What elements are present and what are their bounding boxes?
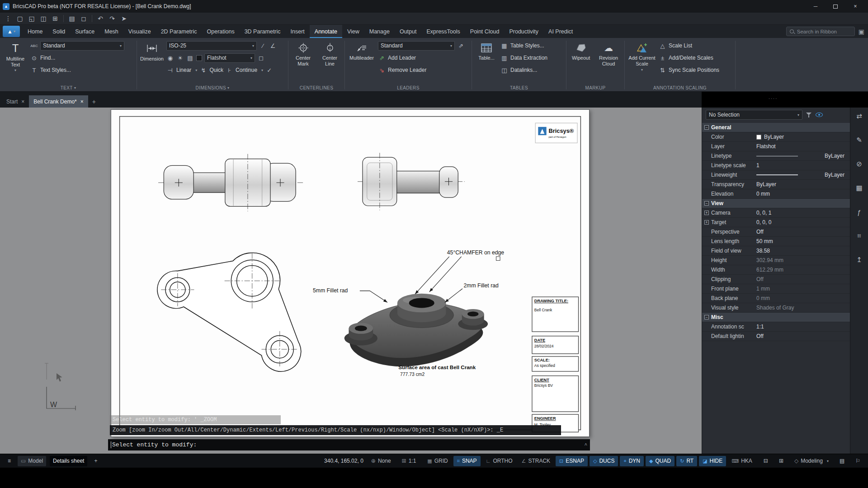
property-row-perspective[interactable]: Perspective Off bbox=[702, 227, 850, 237]
multiline-text-button[interactable]: T Multiline Text ▾ bbox=[2, 40, 28, 84]
command-input-bar[interactable]: Select entity to modify: ^ bbox=[108, 439, 590, 450]
align-leaders-icon[interactable]: ⇗ bbox=[457, 42, 465, 50]
title-block[interactable]: DRAWING TITLE: Bell Crank DATE 28/02/202… bbox=[532, 297, 579, 432]
add-current-scale-button[interactable]: Add Current Scale ▾ bbox=[627, 40, 657, 84]
section-view[interactable]: − View bbox=[702, 199, 850, 208]
property-row-lineweight[interactable]: Lineweight ByLayer bbox=[702, 170, 850, 180]
toolbar-grip-dots[interactable]: ∙∙∙∙ bbox=[769, 95, 778, 101]
notification-bell-icon[interactable]: ⚐ bbox=[852, 456, 863, 466]
continue-dimension-button[interactable]: Continue bbox=[236, 67, 257, 73]
document-tab-start[interactable]: Start × bbox=[2, 95, 29, 108]
filter-icon[interactable] bbox=[806, 112, 812, 118]
fields-panel-icon[interactable]: ƒ bbox=[854, 207, 865, 217]
annotate-tool-icon[interactable]: ✎ bbox=[854, 135, 865, 145]
collapse-icon[interactable]: − bbox=[704, 315, 709, 319]
table-styles-button[interactable]: ▦ Table Styles... bbox=[500, 40, 547, 51]
flatshot-combobox[interactable]: Flatshot ▾ bbox=[204, 53, 255, 63]
save-button[interactable]: ◫ bbox=[38, 14, 49, 23]
text-styles-button[interactable]: T Text Styles... bbox=[30, 65, 124, 75]
print-button[interactable]: ▤ bbox=[66, 14, 77, 23]
undo-button[interactable]: ↶ bbox=[95, 14, 106, 23]
revision-cloud-button[interactable]: ☁ Revision Cloud bbox=[595, 40, 622, 84]
dimension-style-combobox[interactable]: ISO-25 ▾ bbox=[166, 41, 257, 51]
linear-dimension-button[interactable]: Linear bbox=[176, 67, 191, 73]
dim-check-icon[interactable]: ✓ bbox=[265, 66, 273, 74]
ribbon-tab[interactable]: Annotate bbox=[310, 25, 342, 38]
section-misc[interactable]: − Misc bbox=[702, 313, 850, 322]
property-row-width[interactable]: Width 612.29 mm bbox=[702, 265, 850, 275]
close-button[interactable]: × bbox=[845, 0, 865, 13]
view-3d-render[interactable] bbox=[344, 294, 488, 366]
datalinks-button[interactable]: ◫ Datalinks... bbox=[500, 65, 547, 75]
minimize-button[interactable]: ─ bbox=[806, 0, 826, 13]
materials-panel-icon[interactable]: ▦ bbox=[854, 183, 865, 193]
close-tab-icon[interactable]: × bbox=[21, 99, 24, 105]
view-top-right[interactable] bbox=[358, 153, 465, 210]
group-caption-dimensions[interactable]: DIMENSIONS ▾ bbox=[137, 85, 288, 90]
ribbon-tab[interactable]: AI Predict bbox=[543, 25, 578, 38]
status-toggle[interactable]: ↻ RT bbox=[676, 456, 697, 466]
workspace-switcher[interactable]: ◇ Modeling ▾ bbox=[791, 456, 832, 466]
ribbon-tab[interactable]: Surface bbox=[70, 25, 99, 38]
visibility-eye-icon[interactable] bbox=[816, 113, 823, 117]
wipeout-button[interactable]: Wipeout bbox=[569, 40, 593, 84]
expand-icon[interactable]: + bbox=[704, 211, 709, 215]
selection-combobox[interactable]: No Selection ▾ bbox=[706, 110, 802, 120]
ribbon-tab[interactable]: Insert bbox=[286, 25, 310, 38]
center-mark-button[interactable]: Center Mark bbox=[291, 40, 316, 84]
chevron-down-icon[interactable]: ▾ bbox=[195, 68, 197, 72]
property-row-visual-style[interactable]: Visual style Shades of Gray bbox=[702, 303, 850, 313]
property-row-default-lighting[interactable]: Default lightin Off bbox=[702, 332, 850, 341]
property-row-field-of-view[interactable]: Field of view 38.58 bbox=[702, 246, 850, 256]
property-row-elevation[interactable]: Elevation 0 mm bbox=[702, 189, 850, 199]
text-style-combobox[interactable]: Standard ▾ bbox=[40, 41, 124, 51]
annotation-scale-control[interactable]: ⊕ None bbox=[368, 456, 394, 466]
chevron-down-icon[interactable]: ▾ bbox=[261, 68, 263, 72]
new-document-tab-button[interactable]: + bbox=[88, 95, 100, 108]
ribbon-search-box[interactable] bbox=[786, 27, 855, 36]
ribbon-tab[interactable]: Solid bbox=[47, 25, 70, 38]
sync-scale-positions-button[interactable]: ⇅ Sync Scale Positions bbox=[659, 65, 719, 75]
save-all-button[interactable]: ⊞ bbox=[50, 14, 61, 23]
reassociate-icon[interactable]: ☀ bbox=[176, 54, 184, 62]
status-toggle[interactable]: ⌖ DYN bbox=[620, 456, 644, 466]
property-row-front-plane[interactable]: Front plane 1 mm bbox=[702, 284, 850, 294]
status-toggle[interactable]: ⌨ HKA bbox=[728, 456, 756, 466]
property-row-camera[interactable]: + Camera 0, 0, 1 bbox=[702, 208, 850, 218]
view-base-icon[interactable]: ◻ bbox=[257, 54, 265, 62]
ribbon-tab[interactable]: Point Cloud bbox=[465, 25, 505, 38]
toolbar-grip-icon[interactable]: ⋮ bbox=[3, 14, 14, 23]
ribbon-tab[interactable]: Productivity bbox=[504, 25, 543, 38]
property-row-transparency[interactable]: Transparency ByLayer bbox=[702, 180, 850, 189]
status-toggle[interactable]: ◪ HIDE bbox=[699, 456, 726, 466]
view-line-drawing[interactable] bbox=[157, 253, 301, 371]
scale-list-button[interactable]: △ Scale List bbox=[659, 40, 719, 51]
status-toggle[interactable]: ▦ GRID bbox=[424, 456, 451, 466]
panels-icon[interactable]: ⊟ bbox=[760, 456, 771, 466]
dimension-button[interactable]: Dimension bbox=[139, 40, 165, 84]
center-line-button[interactable]: Center Line bbox=[317, 40, 342, 84]
selection-button[interactable]: ➤ bbox=[118, 14, 129, 23]
property-row-lens-length[interactable]: Lens length 50 mm bbox=[702, 237, 850, 246]
leader-annotations[interactable]: 45°CHAMFER on edge 5mm Fillet rad 2mm Fi… bbox=[313, 249, 504, 302]
property-row-height[interactable]: Height 302.94 mm bbox=[702, 256, 850, 265]
add-layout-button[interactable]: + bbox=[91, 456, 100, 466]
oblique-dimension-icon[interactable]: ∕ bbox=[259, 42, 267, 50]
status-toggle[interactable]: ⌗ SNAP bbox=[453, 456, 481, 466]
data-extraction-button[interactable]: ▥ Data Extraction bbox=[500, 52, 547, 63]
ribbon-options-icon[interactable]: ▣ bbox=[859, 28, 864, 35]
ribbon-tab[interactable]: Mesh bbox=[99, 25, 123, 38]
structure-panel-icon[interactable]: ⌗ bbox=[854, 231, 865, 241]
remove-leader-button[interactable]: ⇘ Remove Leader bbox=[378, 65, 465, 75]
ribbon-tab[interactable]: Manage bbox=[364, 25, 395, 38]
new-file-button[interactable]: ▢ bbox=[14, 14, 25, 23]
property-row-back-plane[interactable]: Back plane 0 mm bbox=[702, 294, 850, 303]
maximize-button[interactable] bbox=[826, 0, 845, 13]
ribbon-tab[interactable]: 3D Parametric bbox=[240, 25, 286, 38]
print-status-icon[interactable]: ▤ bbox=[836, 456, 848, 466]
close-tab-icon[interactable]: × bbox=[80, 99, 84, 105]
drawing-canvas[interactable]: Bricsys® part of Hexagon bbox=[0, 108, 702, 454]
section-general[interactable]: − General bbox=[702, 123, 850, 132]
model-tab[interactable]: ▭ Model bbox=[18, 456, 46, 466]
property-row-color[interactable]: Color ByLayer bbox=[702, 132, 850, 142]
